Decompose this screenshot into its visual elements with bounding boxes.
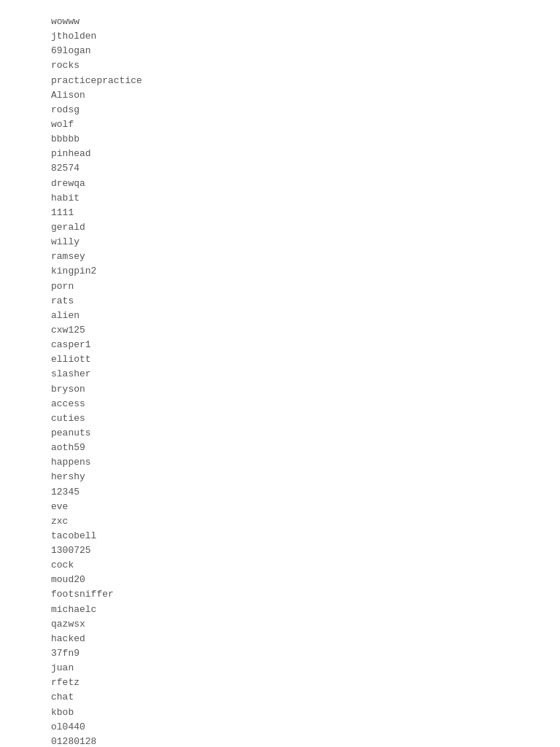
list-item: aoth59 — [51, 441, 509, 455]
list-item: 01280128 — [51, 735, 509, 747]
list-item: eve — [51, 500, 509, 514]
list-item: rats — [51, 294, 509, 309]
list-item: access — [51, 397, 509, 411]
list-item: elliott — [51, 352, 509, 367]
list-item: casper1 — [51, 338, 509, 352]
list-item: wolf — [51, 117, 509, 132]
list-item: habit — [51, 191, 509, 206]
list-item: cxw125 — [51, 323, 509, 338]
list-item: gerald — [51, 220, 509, 235]
list-item: zxc — [51, 514, 509, 529]
list-item: qazwsx — [51, 617, 509, 632]
list-item: pinhead — [51, 147, 509, 161]
list-item: moud20 — [51, 573, 509, 587]
list-item: kingpin2 — [51, 264, 509, 279]
list-item: juan — [51, 661, 509, 676]
list-item: drewqa — [51, 177, 509, 191]
list-item: slasher — [51, 367, 509, 382]
list-item: ramsey — [51, 249, 509, 264]
list-item: hershy — [51, 470, 509, 484]
list-item: 37fn9 — [51, 646, 509, 661]
list-item: ol0440 — [51, 720, 509, 735]
list-item: happens — [51, 455, 509, 470]
list-item: rodsg — [51, 103, 509, 117]
list-item: 69logan — [51, 44, 509, 58]
list-item: bryson — [51, 382, 509, 397]
list-item: willy — [51, 235, 509, 249]
list-item: jtholden — [51, 29, 509, 44]
list-item: wowww — [51, 15, 509, 29]
list-item: bbbbb — [51, 132, 509, 147]
list-item: 1300725 — [51, 543, 509, 558]
list-item: 82574 — [51, 161, 509, 176]
list-item: chat — [51, 690, 509, 705]
list-item: 1111 — [51, 206, 509, 220]
word-list: wowwwjtholden69loganrockspracticepractic… — [51, 15, 509, 747]
list-item: porn — [51, 279, 509, 294]
list-item: rocks — [51, 58, 509, 73]
list-item: cock — [51, 558, 509, 573]
list-item: Alison — [51, 88, 509, 103]
list-item: tacobell — [51, 529, 509, 543]
list-item: alien — [51, 309, 509, 323]
list-item: 12345 — [51, 485, 509, 500]
list-item: rfetz — [51, 676, 509, 690]
list-item: michaelc — [51, 603, 509, 617]
list-item: peanuts — [51, 426, 509, 441]
list-item: kbob — [51, 705, 509, 720]
list-item: hacked — [51, 632, 509, 646]
list-item: cuties — [51, 411, 509, 426]
list-item: footsniffer — [51, 587, 509, 602]
list-item: practicepractice — [51, 74, 509, 88]
